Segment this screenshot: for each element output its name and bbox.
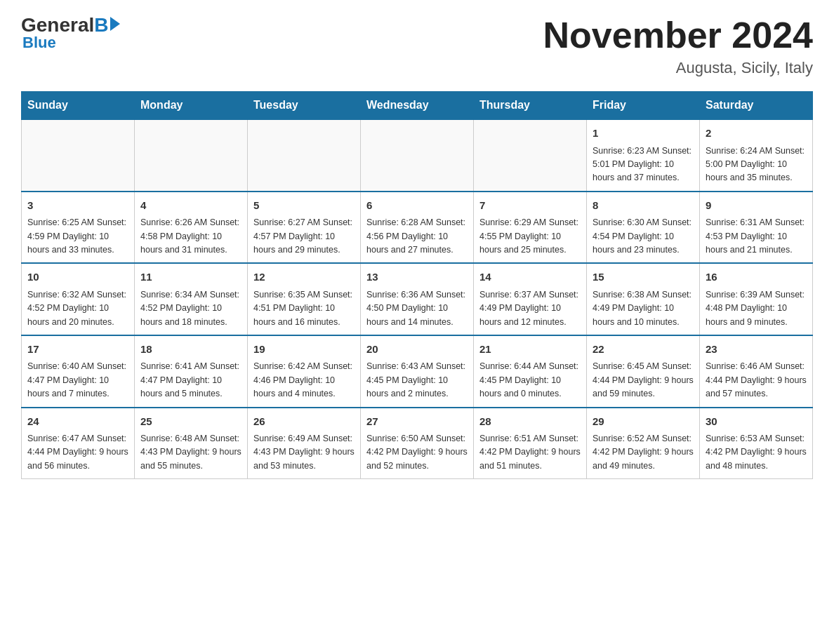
day-number: 21	[479, 342, 581, 358]
day-info: Sunrise: 6:47 AM Sunset: 4:44 PM Dayligh…	[27, 432, 128, 473]
calendar-cell: 15Sunrise: 6:38 AM Sunset: 4:49 PM Dayli…	[587, 263, 700, 335]
day-info: Sunrise: 6:48 AM Sunset: 4:43 PM Dayligh…	[140, 432, 241, 473]
calendar-cell: 25Sunrise: 6:48 AM Sunset: 4:43 PM Dayli…	[135, 408, 248, 479]
calendar-cell: 6Sunrise: 6:28 AM Sunset: 4:56 PM Daylig…	[361, 192, 474, 264]
day-number: 3	[27, 198, 128, 214]
calendar-cell	[361, 119, 474, 192]
day-number: 6	[366, 198, 468, 214]
day-number: 27	[366, 414, 468, 430]
day-info: Sunrise: 6:27 AM Sunset: 4:57 PM Dayligh…	[253, 216, 355, 257]
day-number: 12	[253, 269, 355, 286]
calendar-header-tuesday: Tuesday	[248, 92, 361, 120]
day-info: Sunrise: 6:24 AM Sunset: 5:00 PM Dayligh…	[706, 145, 807, 185]
day-info: Sunrise: 6:44 AM Sunset: 4:45 PM Dayligh…	[479, 360, 581, 401]
calendar-week-4: 17Sunrise: 6:40 AM Sunset: 4:47 PM Dayli…	[22, 335, 813, 408]
calendar-header-saturday: Saturday	[700, 92, 813, 120]
calendar-week-2: 3Sunrise: 6:25 AM Sunset: 4:59 PM Daylig…	[22, 192, 813, 264]
day-info: Sunrise: 6:26 AM Sunset: 4:58 PM Dayligh…	[140, 216, 241, 257]
day-number: 29	[593, 414, 694, 430]
day-number: 9	[706, 198, 807, 214]
day-number: 17	[27, 342, 128, 358]
day-info: Sunrise: 6:42 AM Sunset: 4:46 PM Dayligh…	[253, 360, 355, 401]
calendar-header-friday: Friday	[587, 92, 700, 120]
calendar-cell: 16Sunrise: 6:39 AM Sunset: 4:48 PM Dayli…	[700, 263, 813, 335]
day-info: Sunrise: 6:46 AM Sunset: 4:44 PM Dayligh…	[706, 360, 807, 401]
day-info: Sunrise: 6:45 AM Sunset: 4:44 PM Dayligh…	[593, 360, 694, 401]
calendar-header: SundayMondayTuesdayWednesdayThursdayFrid…	[22, 92, 813, 120]
calendar-cell: 21Sunrise: 6:44 AM Sunset: 4:45 PM Dayli…	[474, 335, 587, 408]
day-number: 1	[593, 126, 694, 142]
calendar-cell: 30Sunrise: 6:53 AM Sunset: 4:42 PM Dayli…	[700, 408, 813, 479]
calendar-week-5: 24Sunrise: 6:47 AM Sunset: 4:44 PM Dayli…	[22, 408, 813, 479]
calendar-cell: 20Sunrise: 6:43 AM Sunset: 4:45 PM Dayli…	[361, 335, 474, 408]
calendar-cell: 17Sunrise: 6:40 AM Sunset: 4:47 PM Dayli…	[22, 335, 135, 408]
day-info: Sunrise: 6:40 AM Sunset: 4:47 PM Dayligh…	[27, 360, 128, 401]
calendar-cell: 18Sunrise: 6:41 AM Sunset: 4:47 PM Dayli…	[135, 335, 248, 408]
day-info: Sunrise: 6:41 AM Sunset: 4:47 PM Dayligh…	[140, 360, 241, 401]
calendar-cell: 28Sunrise: 6:51 AM Sunset: 4:42 PM Dayli…	[474, 408, 587, 479]
day-number: 26	[253, 414, 355, 430]
calendar-cell: 26Sunrise: 6:49 AM Sunset: 4:43 PM Dayli…	[248, 408, 361, 479]
calendar-cell	[135, 119, 248, 192]
day-info: Sunrise: 6:51 AM Sunset: 4:42 PM Dayligh…	[479, 432, 581, 473]
calendar-table: SundayMondayTuesdayWednesdayThursdayFrid…	[21, 91, 813, 479]
calendar-cell: 8Sunrise: 6:30 AM Sunset: 4:54 PM Daylig…	[587, 192, 700, 264]
day-number: 25	[140, 414, 241, 430]
day-number: 23	[706, 342, 807, 358]
day-number: 2	[706, 126, 807, 142]
page-title: November 2024	[543, 14, 813, 56]
calendar-cell: 9Sunrise: 6:31 AM Sunset: 4:53 PM Daylig…	[700, 192, 813, 264]
day-info: Sunrise: 6:50 AM Sunset: 4:42 PM Dayligh…	[366, 432, 468, 473]
calendar-cell: 19Sunrise: 6:42 AM Sunset: 4:46 PM Dayli…	[248, 335, 361, 408]
calendar-cell: 3Sunrise: 6:25 AM Sunset: 4:59 PM Daylig…	[22, 192, 135, 264]
calendar-week-3: 10Sunrise: 6:32 AM Sunset: 4:52 PM Dayli…	[22, 263, 813, 335]
day-number: 24	[27, 414, 128, 430]
day-info: Sunrise: 6:23 AM Sunset: 5:01 PM Dayligh…	[593, 145, 694, 185]
calendar-cell: 12Sunrise: 6:35 AM Sunset: 4:51 PM Dayli…	[248, 263, 361, 335]
calendar-header-sunday: Sunday	[22, 92, 135, 120]
page-header: General B Blue November 2024 Augusta, Si…	[21, 14, 813, 77]
day-number: 4	[140, 198, 241, 214]
calendar-cell: 1Sunrise: 6:23 AM Sunset: 5:01 PM Daylig…	[587, 119, 700, 192]
calendar-header-monday: Monday	[135, 92, 248, 120]
day-info: Sunrise: 6:32 AM Sunset: 4:52 PM Dayligh…	[27, 288, 128, 329]
day-number: 16	[706, 269, 807, 286]
day-info: Sunrise: 6:31 AM Sunset: 4:53 PM Dayligh…	[706, 216, 807, 257]
day-info: Sunrise: 6:43 AM Sunset: 4:45 PM Dayligh…	[366, 360, 468, 401]
day-info: Sunrise: 6:39 AM Sunset: 4:48 PM Dayligh…	[706, 288, 807, 329]
calendar-week-1: 1Sunrise: 6:23 AM Sunset: 5:01 PM Daylig…	[22, 119, 813, 192]
day-info: Sunrise: 6:52 AM Sunset: 4:42 PM Dayligh…	[593, 432, 694, 473]
calendar-cell: 29Sunrise: 6:52 AM Sunset: 4:42 PM Dayli…	[587, 408, 700, 479]
calendar-header-thursday: Thursday	[474, 92, 587, 120]
logo: General B Blue	[21, 14, 120, 52]
day-info: Sunrise: 6:53 AM Sunset: 4:42 PM Dayligh…	[706, 432, 807, 473]
calendar-cell: 23Sunrise: 6:46 AM Sunset: 4:44 PM Dayli…	[700, 335, 813, 408]
calendar-cell	[22, 119, 135, 192]
calendar-cell: 13Sunrise: 6:36 AM Sunset: 4:50 PM Dayli…	[361, 263, 474, 335]
day-info: Sunrise: 6:36 AM Sunset: 4:50 PM Dayligh…	[366, 288, 468, 329]
calendar-header-wednesday: Wednesday	[361, 92, 474, 120]
day-number: 15	[593, 269, 694, 286]
day-info: Sunrise: 6:38 AM Sunset: 4:49 PM Dayligh…	[593, 288, 694, 329]
calendar-cell: 14Sunrise: 6:37 AM Sunset: 4:49 PM Dayli…	[474, 263, 587, 335]
day-info: Sunrise: 6:34 AM Sunset: 4:52 PM Dayligh…	[140, 288, 241, 329]
day-info: Sunrise: 6:25 AM Sunset: 4:59 PM Dayligh…	[27, 216, 128, 257]
calendar-cell	[248, 119, 361, 192]
day-number: 14	[479, 269, 581, 286]
day-info: Sunrise: 6:28 AM Sunset: 4:56 PM Dayligh…	[366, 216, 468, 257]
day-number: 7	[479, 198, 581, 214]
calendar-cell: 24Sunrise: 6:47 AM Sunset: 4:44 PM Dayli…	[22, 408, 135, 479]
logo-blue-sub: Blue	[22, 34, 56, 52]
calendar-cell: 5Sunrise: 6:27 AM Sunset: 4:57 PM Daylig…	[248, 192, 361, 264]
day-info: Sunrise: 6:35 AM Sunset: 4:51 PM Dayligh…	[253, 288, 355, 329]
day-number: 13	[366, 269, 468, 286]
day-info: Sunrise: 6:30 AM Sunset: 4:54 PM Dayligh…	[593, 216, 694, 257]
title-block: November 2024 Augusta, Sicily, Italy	[543, 14, 813, 77]
calendar-body: 1Sunrise: 6:23 AM Sunset: 5:01 PM Daylig…	[22, 119, 813, 479]
calendar-cell: 4Sunrise: 6:26 AM Sunset: 4:58 PM Daylig…	[135, 192, 248, 264]
day-number: 18	[140, 342, 241, 358]
day-number: 28	[479, 414, 581, 430]
calendar-cell: 2Sunrise: 6:24 AM Sunset: 5:00 PM Daylig…	[700, 119, 813, 192]
day-number: 10	[27, 269, 128, 286]
day-info: Sunrise: 6:49 AM Sunset: 4:43 PM Dayligh…	[253, 432, 355, 473]
